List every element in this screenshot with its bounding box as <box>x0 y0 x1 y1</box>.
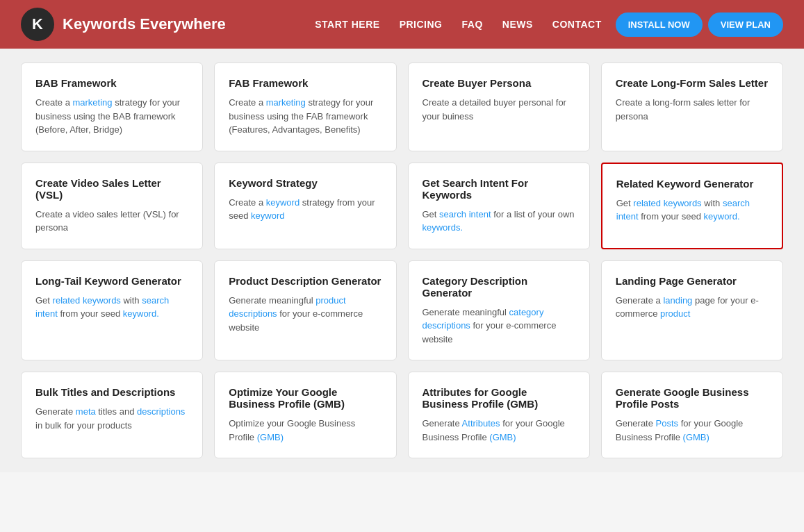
logo-icon: K <box>21 8 54 41</box>
card-title-get-search-intent: Get Search Intent For Keywords <box>422 177 575 201</box>
card-desc-bab-framework: Create a marketing strategy for your bus… <box>35 96 188 137</box>
card-title-bulk-titles-descriptions: Bulk Titles and Descriptions <box>35 386 188 398</box>
card-generate-google-business-posts[interactable]: Generate Google Business Profile PostsGe… <box>601 372 783 458</box>
card-attributes-google-business[interactable]: Attributes for Google Business Profile (… <box>408 372 590 458</box>
card-title-long-tail-keyword-generator: Long-Tail Keyword Generator <box>35 275 188 287</box>
card-desc-bulk-titles-descriptions: Generate meta titles and descriptions in… <box>35 405 188 432</box>
install-now-button[interactable]: INSTALL NOW <box>616 13 703 37</box>
card-optimize-google-business[interactable]: Optimize Your Google Business Profile (G… <box>214 372 396 458</box>
card-desc-get-search-intent: Get search intent for a list of your own… <box>422 208 575 235</box>
card-title-related-keyword-generator: Related Keyword Generator <box>616 178 768 190</box>
card-desc-create-buyer-persona: Create a detailed buyer personal for you… <box>422 96 575 123</box>
header: K Keywords Everywhere START HERE PRICING… <box>0 0 804 49</box>
card-get-search-intent[interactable]: Get Search Intent For KeywordsGet search… <box>408 163 590 249</box>
card-create-long-form-sales-letter[interactable]: Create Long-Form Sales LetterCreate a lo… <box>601 63 783 151</box>
card-create-buyer-persona[interactable]: Create Buyer PersonaCreate a detailed bu… <box>408 63 590 151</box>
card-title-bab-framework: BAB Framework <box>35 77 188 89</box>
nav-news[interactable]: NEWS <box>502 19 533 30</box>
card-title-landing-page-generator: Landing Page Generator <box>616 275 769 287</box>
card-desc-long-tail-keyword-generator: Get related keywords with search intent … <box>35 294 188 321</box>
view-plan-button[interactable]: VIEW PLAN <box>708 13 783 37</box>
card-title-attributes-google-business: Attributes for Google Business Profile (… <box>422 386 575 410</box>
card-desc-keyword-strategy: Create a keyword strategy from your seed… <box>229 196 382 223</box>
cards-grid: BAB FrameworkCreate a marketing strategy… <box>21 63 783 458</box>
card-desc-category-description-generator: Generate meaningful category description… <box>422 306 575 347</box>
card-title-create-buyer-persona: Create Buyer Persona <box>422 77 575 89</box>
card-desc-generate-google-business-posts: Generate Posts for your Google Business … <box>616 417 769 444</box>
card-fab-framework[interactable]: FAB FrameworkCreate a marketing strategy… <box>214 63 396 151</box>
card-long-tail-keyword-generator[interactable]: Long-Tail Keyword GeneratorGet related k… <box>21 260 203 361</box>
nav-pricing[interactable]: PRICING <box>400 19 443 30</box>
card-title-optimize-google-business: Optimize Your Google Business Profile (G… <box>229 386 382 410</box>
card-desc-landing-page-generator: Generate a landing page for your e-comme… <box>616 294 769 321</box>
card-category-description-generator[interactable]: Category Description GeneratorGenerate m… <box>408 260 590 361</box>
card-product-description-generator[interactable]: Product Description GeneratorGenerate me… <box>214 260 396 361</box>
card-bulk-titles-descriptions[interactable]: Bulk Titles and DescriptionsGenerate met… <box>21 372 203 458</box>
card-desc-create-long-form-sales-letter: Create a long-form sales letter for pers… <box>616 96 769 123</box>
site-title: Keywords Everywhere <box>63 15 226 33</box>
card-title-create-video-sales-letter: Create Video Sales Letter (VSL) <box>35 177 188 201</box>
main-nav: START HERE PRICING FAQ NEWS CONTACT <box>315 19 601 30</box>
nav-contact[interactable]: CONTACT <box>552 19 602 30</box>
card-desc-product-description-generator: Generate meaningful product descriptions… <box>229 294 382 335</box>
card-keyword-strategy[interactable]: Keyword StrategyCreate a keyword strateg… <box>214 163 396 249</box>
card-title-product-description-generator: Product Description Generator <box>229 275 382 287</box>
card-title-category-description-generator: Category Description Generator <box>422 275 575 299</box>
card-title-create-long-form-sales-letter: Create Long-Form Sales Letter <box>616 77 769 89</box>
card-title-generate-google-business-posts: Generate Google Business Profile Posts <box>616 386 769 410</box>
nav-faq[interactable]: FAQ <box>462 19 483 30</box>
card-desc-optimize-google-business: Optimize your Google Business Profile (G… <box>229 417 382 444</box>
logo-area: K Keywords Everywhere <box>21 8 315 41</box>
nav-start-here[interactable]: START HERE <box>315 19 379 30</box>
card-related-keyword-generator[interactable]: Related Keyword GeneratorGet related key… <box>601 163 783 249</box>
card-desc-create-video-sales-letter: Create a video sales letter (VSL) for pe… <box>35 208 188 235</box>
card-landing-page-generator[interactable]: Landing Page GeneratorGenerate a landing… <box>601 260 783 361</box>
card-title-keyword-strategy: Keyword Strategy <box>229 177 382 189</box>
card-desc-related-keyword-generator: Get related keywords with search intent … <box>616 197 768 224</box>
main-content: BAB FrameworkCreate a marketing strategy… <box>0 49 804 472</box>
card-bab-framework[interactable]: BAB FrameworkCreate a marketing strategy… <box>21 63 203 151</box>
card-desc-fab-framework: Create a marketing strategy for your bus… <box>229 96 382 137</box>
card-create-video-sales-letter[interactable]: Create Video Sales Letter (VSL)Create a … <box>21 163 203 249</box>
card-desc-attributes-google-business: Generate Attributes for your Google Busi… <box>422 417 575 444</box>
card-title-fab-framework: FAB Framework <box>229 77 382 89</box>
